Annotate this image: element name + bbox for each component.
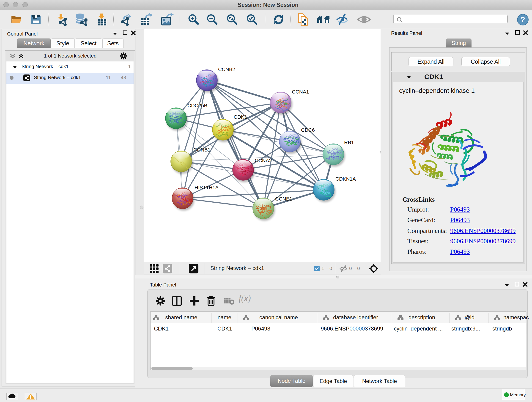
svg-text:RB1: RB1: [344, 140, 354, 145]
svg-text:CCNA1: CCNA1: [292, 89, 309, 95]
svg-text:HIST1H1A: HIST1H1A: [195, 185, 219, 191]
svg-text:CCNB1: CCNB1: [193, 147, 210, 153]
svg-text:CCNB2: CCNB2: [218, 66, 235, 72]
svg-text:CCNA2: CCNA2: [255, 158, 272, 163]
svg-text:CDK1: CDK1: [234, 114, 247, 120]
svg-text:CDKN1A: CDKN1A: [336, 176, 356, 182]
svg-text:?: ?: [520, 15, 525, 24]
svg-text:CDC6: CDC6: [301, 127, 315, 133]
svg-text:CCNE1: CCNE1: [275, 196, 292, 202]
svg-text:CDC25B: CDC25B: [187, 103, 207, 108]
